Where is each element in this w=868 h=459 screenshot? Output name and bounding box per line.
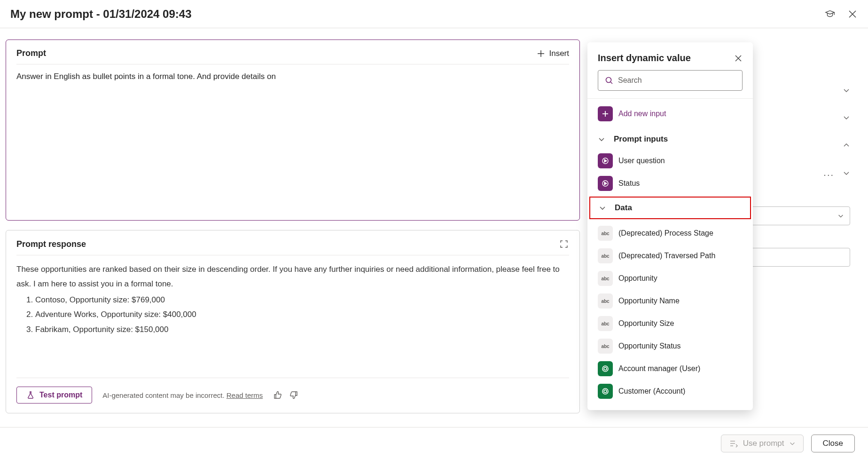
response-card-title: Prompt response: [16, 239, 559, 249]
prompt-card-title: Prompt: [16, 48, 537, 58]
svg-point-13: [602, 388, 608, 394]
close-button[interactable]: Close: [811, 435, 855, 452]
text-field-icon: abc: [598, 316, 613, 331]
text-field-icon: abc: [598, 271, 613, 286]
page-title: My new prompt - 01/31/2024 09:43: [10, 8, 825, 21]
close-icon[interactable]: [847, 9, 858, 19]
fullscreen-icon[interactable]: [559, 239, 569, 249]
response-intro: These opportunities are ranked based on …: [16, 262, 569, 292]
insert-label: Insert: [549, 49, 569, 58]
search-input[interactable]: [618, 76, 735, 85]
test-prompt-button[interactable]: Test prompt: [16, 387, 92, 404]
chevron-down-icon: [789, 440, 796, 447]
item-label: User question: [618, 157, 665, 165]
text-field-icon: abc: [598, 293, 613, 309]
thumbs-up-icon[interactable]: [273, 390, 282, 400]
search-input-wrapper[interactable]: [598, 70, 743, 91]
dynamic-value-item[interactable]: Account manager (User): [587, 357, 753, 380]
text-field-icon: abc: [598, 248, 613, 263]
chevron-down-icon: [599, 204, 606, 212]
text-field-icon: abc: [598, 339, 613, 354]
thumbs-down-icon[interactable]: [289, 390, 298, 400]
dynamic-value-item[interactable]: abc Opportunity Status: [587, 335, 753, 357]
add-new-input-button[interactable]: Add new input: [587, 99, 753, 129]
popup-title: Insert dynamic value: [598, 53, 691, 63]
list-item: Fabrikam, Opportunity size: $150,000: [35, 322, 569, 337]
item-label: (Deprecated) Traversed Path: [618, 252, 715, 260]
dynamic-value-item[interactable]: User question: [587, 150, 753, 172]
test-prompt-label: Test prompt: [39, 391, 82, 399]
text-field-icon: abc: [598, 226, 613, 241]
dynamic-value-item[interactable]: abc Opportunity Name: [587, 290, 753, 312]
divider: [16, 64, 569, 64]
list-item: Adventure Works, Opportunity size: $400,…: [35, 307, 569, 322]
insert-dynamic-value-popup: Insert dynamic value Add new input: [587, 42, 753, 410]
item-label: (Deprecated) Process Stage: [618, 229, 713, 237]
item-label: Opportunity Size: [618, 319, 674, 328]
ai-disclaimer: AI-generated content may be incorrect. R…: [102, 391, 263, 399]
more-icon[interactable]: ···: [823, 169, 834, 180]
item-label: Account manager (User): [618, 364, 700, 373]
dynamic-value-item[interactable]: abc Opportunity: [587, 267, 753, 290]
section-prompt-inputs[interactable]: Prompt inputs: [587, 129, 753, 150]
response-list: Contoso, Opportunity size: $769,000 Adve…: [16, 293, 569, 337]
plus-icon: [537, 49, 545, 58]
item-label: Opportunity: [618, 274, 657, 283]
chevron-down-icon[interactable]: [843, 169, 850, 180]
close-icon[interactable]: [734, 54, 743, 63]
learn-icon[interactable]: [825, 9, 835, 19]
prompt-card: Prompt Insert Answer in English as bulle…: [6, 40, 580, 221]
add-new-label: Add new input: [618, 110, 666, 118]
item-label: Status: [618, 179, 640, 188]
modal-header: My new prompt - 01/31/2024 09:43: [0, 0, 868, 28]
use-prompt-label: Use prompt: [743, 439, 784, 448]
input-icon: [598, 176, 613, 191]
dynamic-value-item[interactable]: Status: [587, 172, 753, 195]
lookup-icon: [598, 384, 613, 399]
beaker-icon: [26, 391, 35, 399]
dynamic-value-item[interactable]: abc (Deprecated) Traversed Path: [587, 245, 753, 267]
chevron-up-icon[interactable]: [843, 141, 850, 149]
dynamic-value-item[interactable]: abc Opportunity Size: [587, 312, 753, 335]
read-terms-link[interactable]: Read terms: [227, 391, 263, 399]
chevron-down-icon: [598, 135, 605, 143]
item-label: Opportunity Name: [618, 297, 680, 305]
list-item: Contoso, Opportunity size: $769,000: [35, 293, 569, 307]
section-label: Prompt inputs: [614, 135, 668, 144]
dynamic-value-item[interactable]: Customer (Account): [587, 380, 753, 403]
item-label: Opportunity Status: [618, 342, 681, 350]
chevron-down-icon[interactable]: [843, 87, 850, 94]
svg-point-6: [606, 78, 611, 83]
insert-button[interactable]: Insert: [537, 49, 569, 58]
plus-icon: [598, 106, 613, 121]
divider: [16, 255, 569, 255]
item-label: Customer (Account): [618, 387, 685, 396]
modal-footer: Use prompt Close: [0, 427, 868, 459]
chevron-down-icon[interactable]: [843, 114, 850, 121]
response-body: These opportunities are ranked based on …: [16, 262, 569, 369]
section-label: Data: [615, 203, 632, 213]
search-icon: [605, 76, 613, 85]
dynamic-value-item[interactable]: abc (Deprecated) Process Stage: [587, 222, 753, 245]
response-card: Prompt response These opportunities are …: [6, 230, 580, 413]
lookup-icon: [598, 361, 613, 376]
input-icon: [598, 153, 613, 168]
prompt-text[interactable]: Answer in English as bullet points in a …: [16, 71, 569, 211]
use-prompt-button[interactable]: Use prompt: [721, 435, 804, 452]
svg-point-12: [602, 366, 608, 372]
section-data[interactable]: Data: [589, 197, 751, 219]
use-prompt-icon: [729, 439, 738, 448]
svg-line-7: [610, 82, 612, 84]
